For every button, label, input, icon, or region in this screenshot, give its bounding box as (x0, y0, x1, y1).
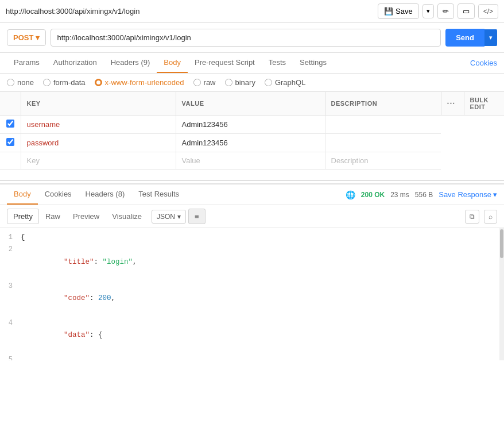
url-input[interactable] (51, 29, 441, 47)
table-row: username Admin123456 (0, 116, 504, 134)
th-checkbox (0, 92, 21, 116)
row2-key: password (27, 139, 59, 147)
table-new-row: Key Value Description (0, 152, 504, 170)
json-line-4: 4 "data": { (0, 317, 504, 354)
response-section: Body Cookies Headers (8) Test Results 🌐 … (0, 183, 504, 360)
response-tabs: Body Cookies Headers (8) Test Results 🌐 … (0, 184, 504, 205)
radio-raw (193, 79, 201, 86)
tab-headers[interactable]: Headers (9) (104, 53, 157, 73)
spacer (0, 170, 504, 181)
json-viewer[interactable]: 1 { 2 "title": "login", 3 "code": 200, 4… (0, 228, 504, 360)
body-type-form-data[interactable]: form-data (43, 78, 86, 87)
fmt-tab-raw[interactable]: Raw (39, 209, 67, 224)
response-wrapper: 1 { 2 "title": "login", 3 "code": 200, 4… (0, 228, 504, 360)
tab-settings[interactable]: Settings (293, 53, 334, 73)
th-value: VALUE (176, 92, 325, 116)
method-select[interactable]: POST ▾ (7, 29, 46, 46)
format-actions: ⧉ ⌕ (465, 210, 497, 224)
row1-desc (325, 116, 441, 134)
json-line-5: 5 "com": "ximingx", (0, 354, 504, 361)
new-desc-placeholder: Description (331, 156, 369, 165)
json-line-3: 3 "code": 200, (0, 280, 504, 317)
row2-value: Admin123456 (182, 139, 228, 147)
body-type-raw[interactable]: raw (193, 78, 216, 87)
format-selector-label: JSON (157, 213, 175, 221)
format-selector[interactable]: JSON ▾ (152, 210, 186, 224)
status-ok: 200 OK (361, 191, 385, 199)
fmt-tab-preview[interactable]: Preview (67, 209, 106, 224)
th-bulk-edit[interactable]: Bulk Edit (464, 92, 504, 116)
body-type-binary[interactable]: binary (225, 78, 255, 87)
scrollbar-thumb (500, 229, 503, 258)
radio-binary (225, 79, 232, 86)
th-description: DESCRIPTION (325, 92, 441, 116)
params-table: KEY VALUE DESCRIPTION ··· Bulk Edit user… (0, 92, 504, 170)
tab-authorization[interactable]: Authorization (46, 53, 104, 73)
tab-tests[interactable]: Tests (262, 53, 293, 73)
row1-value: Admin123456 (182, 120, 228, 129)
scrollbar[interactable] (499, 228, 504, 360)
send-button[interactable]: Send (445, 29, 484, 47)
edit-button[interactable]: ✏ (437, 3, 454, 19)
row1-checkbox[interactable] (6, 120, 14, 128)
code-button[interactable]: </> (478, 4, 498, 19)
request-tabs: Params Authorization Headers (9) Body Pr… (0, 53, 504, 74)
resp-status: 🌐 200 OK 23 ms 556 B Save Response ▾ (346, 190, 497, 199)
cookies-link[interactable]: Cookies (470, 53, 497, 72)
save-label: Save (396, 7, 413, 16)
save-arrow-button[interactable]: ▾ (422, 4, 434, 18)
fmt-tab-pretty[interactable]: Pretty (7, 209, 39, 224)
save-icon: 💾 (384, 7, 393, 16)
panel-button[interactable]: ▭ (458, 3, 475, 19)
body-type-graphql[interactable]: GraphQL (265, 78, 305, 87)
resp-tab-cookies[interactable]: Cookies (38, 184, 79, 205)
tab-pre-request[interactable]: Pre-request Script (188, 53, 262, 73)
body-type-urlencoded[interactable]: x-www-form-urlencoded (95, 78, 184, 87)
resp-tab-headers[interactable]: Headers (8) (79, 184, 132, 205)
send-btn-group: Send ▾ (445, 29, 497, 47)
th-more: ··· (441, 92, 464, 116)
tab-params[interactable]: Params (7, 53, 46, 73)
body-types: none form-data x-www-form-urlencoded raw… (0, 74, 504, 92)
status-time: 23 ms (390, 191, 409, 199)
top-bar-url: http://localhost:3000/api/ximingx/v1/log… (6, 7, 373, 16)
globe-icon: 🌐 (346, 190, 355, 199)
method-label: POST (13, 33, 33, 42)
fmt-tab-visualize[interactable]: Visualize (106, 209, 148, 224)
wrap-btn[interactable]: ≡ (188, 209, 206, 224)
new-key-placeholder: Key (27, 156, 40, 165)
row1-key: username (27, 120, 60, 129)
radio-none (7, 79, 14, 86)
resp-tab-body[interactable]: Body (7, 184, 38, 205)
format-tabs: Pretty Raw Preview Visualize JSON ▾ ≡ ⧉ … (0, 205, 504, 228)
send-arrow-button[interactable]: ▾ (484, 29, 497, 46)
row2-checkbox[interactable] (6, 138, 14, 146)
save-response-btn[interactable]: Save Response ▾ (439, 190, 497, 199)
save-button[interactable]: 💾 Save (378, 3, 419, 19)
body-type-none[interactable]: none (7, 78, 34, 87)
search-button[interactable]: ⌕ (484, 210, 497, 224)
table-row: password Admin123456 (0, 134, 504, 152)
radio-form-data (43, 79, 51, 86)
json-line-1: 1 { (0, 232, 504, 244)
request-bar: POST ▾ Send ▾ (0, 23, 504, 53)
radio-graphql (265, 79, 272, 86)
row2-desc (325, 134, 441, 152)
top-bar-actions: 💾 Save ▾ ✏ ▭ </> (378, 3, 498, 19)
copy-button[interactable]: ⧉ (465, 210, 479, 224)
resp-tab-test-results[interactable]: Test Results (131, 184, 186, 205)
status-size: 556 B (415, 191, 433, 199)
json-line-2: 2 "title": "login", (0, 244, 504, 280)
radio-urlencoded (95, 79, 102, 86)
th-key: KEY (21, 92, 176, 116)
new-value-placeholder: Value (182, 156, 200, 165)
tab-body[interactable]: Body (157, 53, 188, 73)
top-bar: http://localhost:3000/api/ximingx/v1/log… (0, 0, 504, 23)
